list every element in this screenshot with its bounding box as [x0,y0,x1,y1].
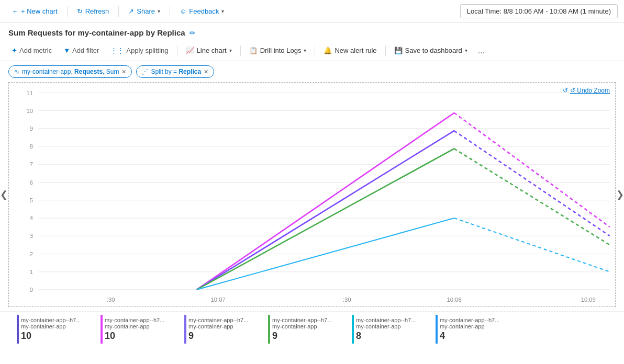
svg-text::30: :30 [343,297,351,303]
svg-text:10:07: 10:07 [211,297,226,303]
legend-label-5: my-container-app--h7... [440,317,515,323]
new-alert-rule-button[interactable]: 🔔 New alert rule [318,44,382,57]
legend-item-1[interactable]: my-container-app--h7... my-container-app… [101,315,184,344]
share-dropdown-arrow: ▾ [158,8,160,14]
save-to-dashboard-button[interactable]: 💾 Save to dashboard ▾ [389,44,473,57]
separator [67,6,68,17]
undo-zoom-button[interactable]: ↺ ↺ Undo Zoom [563,87,610,94]
svg-text:4: 4 [30,215,34,221]
legend-item-4[interactable]: my-container-app--h7... my-container-app… [352,315,436,344]
svg-text:9: 9 [30,126,33,132]
legend-label-3: my-container-app--h7... [272,317,348,323]
filter-pills-area: ∿ my-container-app, Requests, Sum ✕ ⋰ Sp… [0,61,624,82]
legend-sub-4: my-container-app [356,323,431,329]
edit-title-icon[interactable]: ✏ [190,29,196,37]
feedback-button[interactable]: ☺ Feedback ▾ [174,5,229,18]
legend-value-5: 4 [440,331,515,342]
legend-value-0: 10 [21,331,96,342]
splitting-icon: ⋮⋮ [110,47,124,54]
add-metric-button[interactable]: ✦ Add metric [6,44,57,57]
legend-area: my-container-app--h7... my-container-app… [0,311,624,344]
legend-value-3: 9 [272,331,348,342]
svg-text:2: 2 [30,251,33,257]
drill-arrow: ▾ [304,48,306,53]
legend-label-0: my-container-app--h7... [21,317,96,323]
feedback-icon: ☺ [180,7,186,15]
legend-value-4: 8 [356,331,431,342]
split-pill-icon: ⋰ [142,68,148,75]
svg-text:0: 0 [30,287,33,293]
legend-sub-2: my-container-app [188,323,264,329]
line-chart-icon: 📈 [186,47,194,54]
metric-pill-icon: ∿ [14,68,19,75]
svg-text::30: :30 [107,297,115,303]
chart-title-area: Sum Requests for my-container-app by Rep… [0,23,624,40]
separator2 [118,6,119,17]
legend-item-5[interactable]: my-container-app--h7... my-container-app… [436,315,519,344]
legend-label-1: my-container-app--h7... [105,317,180,323]
chart-wrapper: ❮ ↺ ↺ Undo Zoom .grid-line { stroke: #e8… [0,82,624,307]
chart-nav-left[interactable]: ❮ [0,189,8,200]
drill-into-logs-button[interactable]: 📋 Drill into Logs ▾ [244,44,312,57]
feedback-dropdown-arrow: ▾ [221,8,224,14]
metric-pill-close[interactable]: ✕ [121,69,126,75]
apply-splitting-button[interactable]: ⋮⋮ Apply splitting [105,44,173,57]
svg-text:8: 8 [30,143,33,150]
filter-icon: ▼ [63,47,70,54]
legend-label-2: my-container-app--h7... [188,317,264,323]
share-button[interactable]: ↗ Share ▾ [123,5,165,18]
refresh-button[interactable]: ↻ Refresh [72,5,115,18]
legend-item-2[interactable]: my-container-app--h7... my-container-app… [184,315,268,344]
svg-text:10:08: 10:08 [447,297,461,303]
metrics-sep2 [240,46,241,56]
add-filter-button[interactable]: ▼ Add filter [58,44,104,57]
plus-icon: ＋ [12,7,18,16]
legend-item-0[interactable]: my-container-app--h7... my-container-app… [17,315,101,344]
svg-text:1: 1 [30,269,33,275]
separator3 [170,6,170,17]
line-chart-button[interactable]: 📈 Line chart ▾ [181,44,237,57]
legend-sub-1: my-container-app [105,323,180,329]
svg-text:10:09: 10:09 [581,297,596,303]
chart-container: ↺ ↺ Undo Zoom .grid-line { stroke: #e8e8… [8,82,616,307]
more-options-button[interactable]: ... [474,43,489,58]
svg-text:5: 5 [30,197,33,203]
save-arrow: ▾ [465,48,467,53]
svg-text:7: 7 [30,161,33,167]
split-pill-text: Split by = Replica [151,68,201,75]
time-range-selector[interactable]: Local Time: 8/8 10:06 AM - 10:08 AM (1 m… [460,4,618,18]
metric-pill[interactable]: ∿ my-container-app, Requests, Sum ✕ [8,65,132,78]
legend-value-1: 10 [105,331,180,342]
share-icon: ↗ [128,7,134,15]
split-pill-close[interactable]: ✕ [204,69,208,75]
drill-icon: 📋 [249,47,258,54]
line-chart-arrow: ▾ [229,48,232,53]
alert-icon: 🔔 [324,47,332,54]
metrics-sep1 [177,46,177,56]
chart-svg: .grid-line { stroke: #e8e8e8; stroke-wid… [9,83,615,306]
legend-sub-5: my-container-app [440,323,515,329]
svg-text:11: 11 [27,89,34,96]
add-metric-icon: ✦ [12,47,17,54]
legend-label-4: my-container-app--h7... [356,317,431,323]
save-icon: 💾 [394,47,403,54]
metrics-sep4 [385,46,386,56]
svg-text:10: 10 [27,108,34,114]
legend-sub-3: my-container-app [272,323,348,329]
refresh-icon: ↻ [77,7,83,15]
top-toolbar: ＋ + New chart ↻ Refresh ↗ Share ▾ ☺ Feed… [0,0,624,23]
legend-item-3[interactable]: my-container-app--h7... my-container-app… [268,315,352,344]
split-pill[interactable]: ⋰ Split by = Replica ✕ [136,65,214,78]
chart-title: Sum Requests for my-container-app by Rep… [8,28,185,37]
svg-text:3: 3 [30,233,33,239]
new-chart-button[interactable]: ＋ + New chart [6,4,63,19]
metrics-toolbar: ✦ Add metric ▼ Add filter ⋮⋮ Apply split… [0,40,624,61]
chart-nav-right[interactable]: ❯ [616,189,624,200]
undo-zoom-icon: ↺ [563,87,568,94]
svg-text:6: 6 [30,179,33,186]
metric-pill-text: my-container-app, Requests, Sum [22,68,119,75]
metrics-sep3 [315,46,315,56]
legend-sub-0: my-container-app [21,323,96,329]
legend-value-2: 9 [188,331,264,342]
